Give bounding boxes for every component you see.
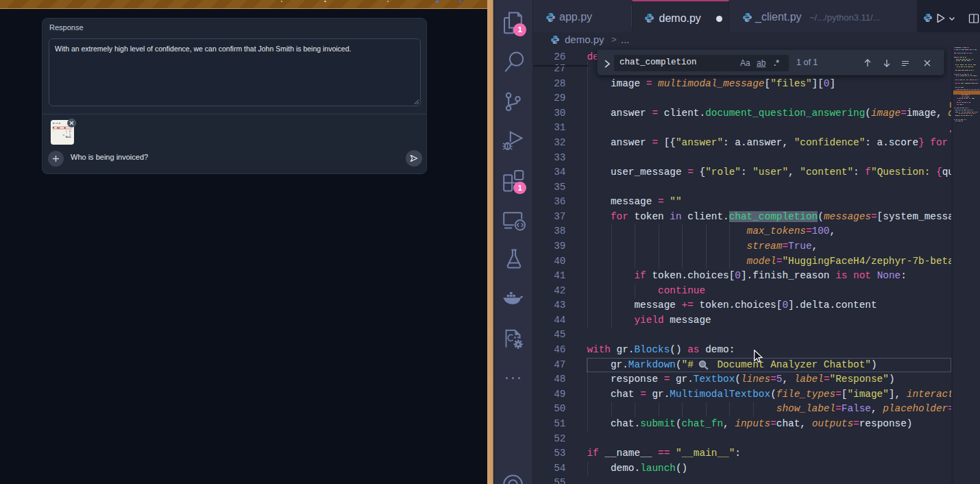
svg-text:Sun: Sun — [66, 135, 71, 138]
